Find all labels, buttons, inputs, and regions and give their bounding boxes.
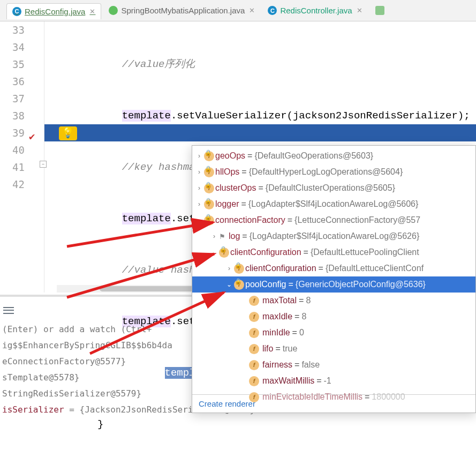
line-number: 41 [0,159,25,176]
close-icon[interactable]: ✕ [89,8,95,16]
line-number: 37 [0,90,25,107]
variable-row[interactable]: fminIdle = 0 [192,325,475,341]
variable-row[interactable]: ›f🔒clientConfiguration = {DefaultLettuce… [192,260,475,276]
variable-value: {DefaultHyperLogLogOperations@5604} [249,167,403,177]
field-badge-icon: f [249,376,259,386]
expand-arrow-icon[interactable]: ⌄ [224,281,234,288]
watches-icon[interactable] [3,305,14,314]
tab-bar: C RedisConfig.java ✕ SpringBootMybatisAp… [0,0,476,21]
line-number: 36 [0,73,25,90]
equals-sign: = [294,360,299,370]
code-text: //value序列化 [122,58,195,70]
variable-popup: ›f🔒geoOps = {DefaultGeoOperations@5603}›… [192,145,476,413]
variable-name: minIdle [262,328,290,338]
equals-sign: = [316,376,321,386]
variable-value: {DefaultClusterOperations@5605} [266,183,395,193]
field-badge-icon: f [249,344,259,354]
code-text: setValueSerializer [177,110,286,122]
variable-row[interactable]: fmaxWaitMillis = -1 [192,373,475,389]
variable-name: fairness [262,360,292,370]
variable-value: {LettuceConnectionFactory@557 [294,215,420,225]
expand-arrow-icon[interactable]: › [209,233,219,240]
tab-springboot[interactable]: SpringBootMybatisApplication.java ✕ [103,3,260,18]
expand-arrow-icon[interactable]: ⌄ [209,249,219,256]
code-text: template [122,213,171,224]
variable-name: lifo [262,344,273,354]
variable-tree[interactable]: ›f🔒geoOps = {DefaultGeoOperations@5603}›… [192,146,475,394]
expand-arrow-icon[interactable]: › [194,184,204,192]
code-text: (jackson2JsonRedisSerializer); [287,110,470,122]
line-number: 38 [0,107,25,124]
line-number: 34 [0,39,25,56]
lock-icon: 🔒 [205,166,212,173]
run-icon [109,6,118,15]
line-number: 39 [0,124,25,141]
variable-name: maxIdle [262,312,292,321]
tab-rediscontroller[interactable]: C RedisController.java ✕ [262,3,367,18]
equals-sign: = [292,328,297,338]
variable-name: clientConfiguration [230,248,301,257]
variable-name: log [229,231,240,241]
variable-value: {DefaultGeoOperations@5603} [254,151,373,161]
variable-row[interactable]: ⌄f🔒poolConfig = {GenericObjectPoolConfig… [192,276,475,293]
variable-value: 0 [299,328,304,338]
variable-name: logger [215,199,239,209]
lock-icon: 🔒 [235,262,242,269]
lock-icon: 🔒 [205,198,212,205]
code-text: template [122,110,171,122]
variable-row[interactable]: fmaxIdle = 8 [192,309,475,325]
variable-row[interactable]: ›f🔒geoOps = {DefaultGeoOperations@5603} [192,148,475,164]
variable-value: {GenericObjectPoolConfig@5636} [296,280,426,289]
line-number: 33 [0,21,25,39]
swap-icon [375,6,384,15]
expand-arrow-icon[interactable]: › [194,168,204,176]
tab-redisconfig[interactable]: C RedisConfig.java ✕ [6,3,101,19]
variable-name: clientConfiguration [245,264,316,273]
expand-arrow-icon[interactable]: › [194,152,204,160]
intention-bulb-icon[interactable]: 💡 [59,126,77,140]
variable-value: -1 [324,376,331,386]
lock-icon: 🔒 [205,182,212,189]
expand-arrow-icon[interactable]: › [194,200,204,208]
variable-row[interactable]: ›f🔒clusterOps = {DefaultClusterOperation… [192,180,475,196]
variable-value: {DefaultLettucePoolingClient [311,248,419,257]
lock-icon: 🔒 [235,278,242,285]
variable-value: 8 [306,296,311,305]
equals-sign: = [289,280,293,289]
variable-value: 1800000 [372,392,405,402]
line-number: 35 [0,56,25,73]
expand-arrow-icon[interactable]: › [224,265,234,272]
variable-name: clusterOps [215,183,256,193]
variable-name: hllOps [215,167,239,177]
close-icon[interactable]: ✕ [357,6,362,14]
variable-row[interactable]: ⌄f🔒clientConfiguration = {DefaultLettuce… [192,244,475,260]
variable-value: true [283,344,298,354]
variable-name: maxWaitMillis [262,376,314,386]
variable-value: 8 [301,312,306,321]
breakpoint-icon[interactable]: ✔ [29,128,35,145]
variable-row[interactable]: fmaxTotal = 8 [192,293,475,309]
field-badge-icon: f [249,360,259,370]
variable-row[interactable]: ›⚑log = {LogAdapter$Slf4jLocationAwareLo… [192,228,475,244]
expand-arrow-icon[interactable]: ⌄ [194,216,204,224]
variable-row[interactable]: ›f🔒hllOps = {DefaultHyperLogLogOperation… [192,164,475,180]
equals-sign: = [288,215,292,225]
variable-row[interactable]: flifo = true [192,341,475,357]
tab-label: RedisConfig.java [25,7,85,16]
lock-icon: 🔒 [205,149,212,156]
tab-extra[interactable] [370,3,390,18]
variable-row[interactable]: ⌄f🔒connectionFactory = {LettuceConnectio… [192,212,475,228]
lock-icon: 🔒 [220,246,227,253]
equals-sign: = [242,231,247,241]
lock-icon: 🔒 [205,214,212,221]
gutter: 33 34 35 36 37 38 39 40 41 42 ✔ [0,21,44,293]
variable-value: {LogAdapter$Slf4jLocationAwareLog@5606} [248,199,419,209]
variable-name: minEvictableIdleTimeMillis [262,392,362,402]
variable-row[interactable]: ›f🔒logger = {LogAdapter$Slf4jLocationAwa… [192,196,475,212]
tab-label: SpringBootMybatisApplication.java [121,6,245,15]
variable-name: geoOps [215,151,245,161]
equals-sign: = [304,248,308,257]
close-icon[interactable]: ✕ [249,6,255,14]
variable-row[interactable]: ffairness = false [192,357,475,373]
equals-sign: = [258,183,263,193]
